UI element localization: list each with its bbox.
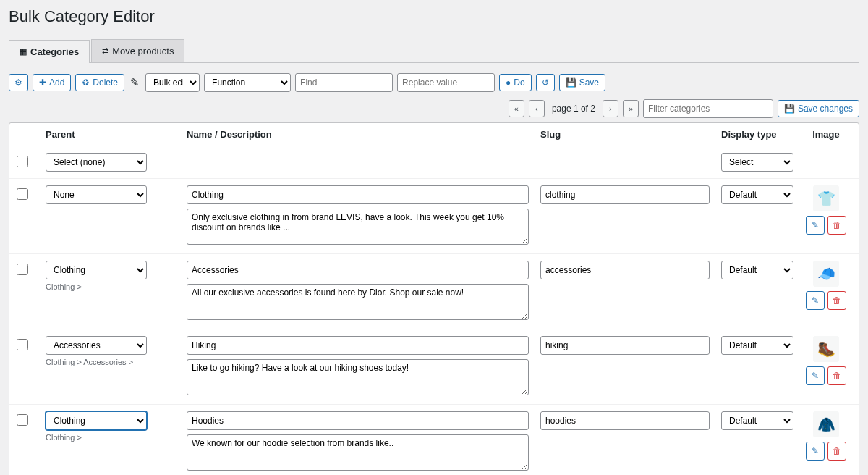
- pager-row: « ‹ page 1 of 2 › » 💾 Save changes: [9, 99, 859, 118]
- undo-button[interactable]: ↺: [536, 74, 555, 91]
- save-icon: 💾: [784, 104, 795, 114]
- edit-image-button[interactable]: ✎: [806, 216, 825, 235]
- pencil-icon: ✎: [812, 446, 819, 456]
- parent-select[interactable]: None: [46, 185, 147, 204]
- display-type-select[interactable]: Default: [721, 261, 793, 279]
- table-row: Clothing Clothing > We known for our hoo…: [9, 405, 859, 475]
- add-label: Add: [49, 77, 64, 88]
- parent-select[interactable]: Accessories: [46, 336, 147, 355]
- tab-move-label: Move products: [112, 46, 174, 56]
- page-title: Bulk Category Editor: [9, 7, 859, 26]
- description-textarea[interactable]: Like to go hiking? Have a look at our hi…: [187, 359, 529, 395]
- filter-parent-select[interactable]: Select (none): [46, 153, 147, 172]
- trash-icon: 🗑: [833, 371, 841, 381]
- pencil-icon: ✎: [812, 371, 819, 381]
- trash-icon: 🗑: [833, 295, 841, 306]
- do-label: Do: [514, 77, 524, 88]
- delete-label: Delete: [93, 77, 118, 88]
- pager-last[interactable]: »: [623, 100, 639, 117]
- filter-categories-input[interactable]: [643, 99, 773, 118]
- pager-first[interactable]: «: [509, 100, 524, 117]
- header-slug: Slug: [540, 129, 721, 140]
- edit-image-button[interactable]: ✎: [806, 366, 825, 385]
- play-icon: ●: [506, 77, 511, 88]
- do-button[interactable]: ● Do: [499, 74, 532, 91]
- name-input[interactable]: [187, 261, 529, 279]
- header-image: Image: [801, 129, 851, 140]
- name-input[interactable]: [187, 336, 529, 355]
- table-row: None Only exclusive clothing in from bra…: [9, 179, 859, 254]
- save-changes-button[interactable]: 💾 Save changes: [778, 100, 859, 117]
- gear-icon: ⚙: [14, 77, 22, 88]
- edit-image-button[interactable]: ✎: [806, 442, 825, 461]
- edit-icon: ✎: [130, 76, 140, 89]
- delete-button[interactable]: ♻ Delete: [75, 74, 124, 91]
- delete-image-button[interactable]: 🗑: [827, 442, 846, 461]
- display-type-select[interactable]: Default: [721, 411, 793, 430]
- breadcrumb: Clothing > Accessories >: [46, 358, 187, 366]
- delete-image-button[interactable]: 🗑: [827, 216, 846, 235]
- filter-display-select[interactable]: Select: [721, 153, 793, 172]
- trash-icon: 🗑: [833, 446, 841, 456]
- pager-prev[interactable]: ‹: [529, 100, 545, 117]
- save-icon: 💾: [566, 77, 576, 88]
- row-checkbox[interactable]: [17, 264, 28, 275]
- category-image: 🧢: [813, 261, 839, 287]
- table-row: Clothing Clothing > All our exclusive ac…: [9, 254, 859, 329]
- undo-icon: ↺: [542, 77, 549, 88]
- prev-icon: ‹: [535, 104, 538, 113]
- row-checkbox[interactable]: [17, 414, 28, 426]
- name-input[interactable]: [187, 185, 529, 204]
- replace-input[interactable]: [397, 73, 495, 92]
- category-table: Parent Name / Description Slug Display t…: [9, 122, 859, 475]
- tab-move-products[interactable]: ⇄ Move products: [91, 39, 184, 62]
- category-image: 👕: [813, 185, 839, 211]
- header-parent: Parent: [46, 129, 187, 140]
- save-label: Save: [579, 77, 599, 88]
- name-input[interactable]: [187, 411, 529, 430]
- display-type-select[interactable]: Default: [721, 185, 793, 204]
- delete-image-button[interactable]: 🗑: [827, 291, 846, 310]
- move-icon: ⇄: [102, 46, 109, 56]
- pencil-icon: ✎: [812, 220, 819, 230]
- tab-bar: ▦ Categories ⇄ Move products: [9, 39, 859, 63]
- table-row: Accessories Clothing > Accessories > Lik…: [9, 329, 859, 405]
- save-button[interactable]: 💾 Save: [559, 74, 605, 91]
- description-textarea[interactable]: We known for our hoodie selection from b…: [187, 434, 529, 471]
- header-display: Display type: [721, 129, 801, 140]
- description-textarea[interactable]: Only exclusive clothing in from brand LE…: [187, 209, 529, 245]
- filter-row: Select (none) Select: [9, 146, 859, 179]
- slug-input[interactable]: [540, 185, 710, 204]
- find-input[interactable]: [295, 73, 393, 92]
- description-textarea[interactable]: All our exclusive accessories is found h…: [187, 284, 529, 320]
- plus-icon: ✚: [39, 77, 46, 88]
- parent-select[interactable]: Clothing: [46, 411, 147, 430]
- category-image: 🧥: [813, 411, 839, 437]
- add-button[interactable]: ✚ Add: [33, 74, 71, 91]
- delete-image-button[interactable]: 🗑: [827, 366, 846, 385]
- header-name: Name / Description: [187, 129, 540, 140]
- category-image: 🥾: [813, 336, 839, 362]
- recycle-icon: ♻: [82, 77, 90, 88]
- save-changes-label: Save changes: [798, 104, 853, 114]
- pencil-icon: ✎: [812, 295, 819, 306]
- display-type-select[interactable]: Default: [721, 336, 793, 355]
- trash-icon: 🗑: [833, 220, 841, 230]
- parent-select[interactable]: Clothing: [46, 261, 147, 279]
- function-select[interactable]: Function: [204, 73, 291, 92]
- edit-image-button[interactable]: ✎: [806, 291, 825, 310]
- bulk-edit-select[interactable]: Bulk edit: [145, 73, 200, 92]
- row-checkbox[interactable]: [17, 339, 28, 350]
- tab-categories[interactable]: ▦ Categories: [9, 40, 90, 63]
- row-checkbox[interactable]: [17, 188, 28, 200]
- slug-input[interactable]: [540, 261, 710, 279]
- slug-input[interactable]: [540, 336, 710, 355]
- first-icon: «: [514, 104, 519, 113]
- pager-next[interactable]: ›: [603, 100, 618, 117]
- tab-categories-label: Categories: [30, 46, 79, 57]
- table-header: Parent Name / Description Slug Display t…: [9, 123, 859, 146]
- settings-button[interactable]: ⚙: [9, 74, 28, 91]
- breadcrumb: Clothing >: [46, 433, 187, 442]
- slug-input[interactable]: [540, 411, 710, 430]
- select-all-checkbox[interactable]: [17, 156, 28, 167]
